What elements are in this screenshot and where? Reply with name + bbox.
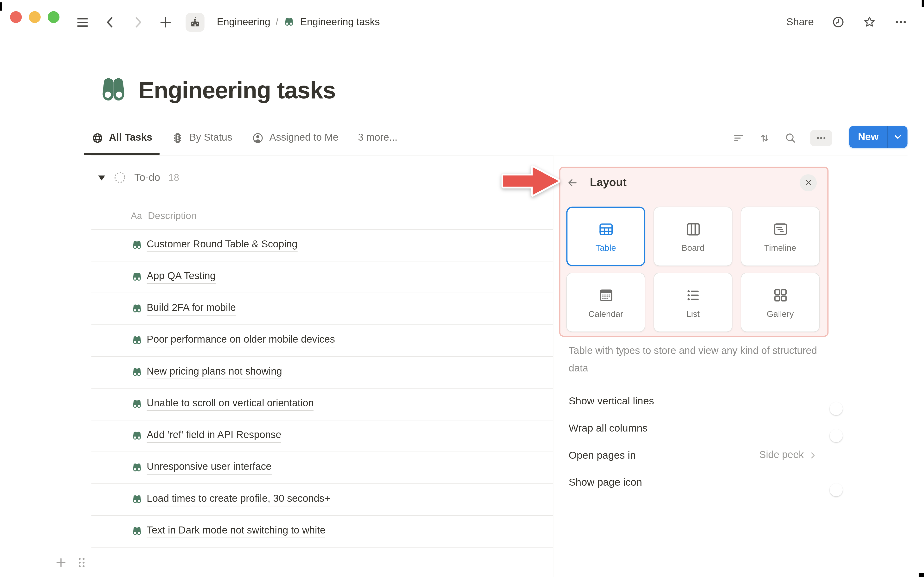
close-panel-button[interactable]: [800, 174, 817, 191]
view-options-button[interactable]: [810, 130, 832, 146]
ellipsis-icon: [816, 132, 827, 143]
screenshot-artifact: [0, 2, 2, 11]
new-button[interactable]: New: [849, 126, 887, 148]
layout-option-table[interactable]: Table: [566, 207, 645, 266]
search-icon[interactable]: [784, 132, 797, 144]
new-dropdown-button[interactable]: [888, 126, 908, 148]
forward-chevron-icon[interactable]: [130, 15, 145, 30]
timeline-icon: [772, 221, 789, 237]
calendar-icon: [597, 286, 614, 303]
tab-by-status[interactable]: By Status: [172, 121, 233, 155]
chevron-down-icon: [893, 132, 903, 142]
table-row[interactable]: Build 2FA for mobile: [91, 293, 553, 325]
breadcrumb-workspace[interactable]: Engineering: [217, 16, 270, 28]
annotation-arrow: [501, 163, 562, 200]
breadcrumb-page[interactable]: Engineering tasks: [300, 16, 380, 28]
page-binoculars-icon[interactable]: [98, 75, 129, 106]
back-chevron-icon[interactable]: [102, 15, 118, 30]
binoculars-page-icon: [131, 399, 143, 410]
sort-icon[interactable]: [758, 132, 771, 144]
list-icon: [684, 286, 701, 303]
binoculars-page-icon: [131, 526, 143, 537]
gallery-icon: [772, 286, 789, 303]
binoculars-page-icon: [131, 430, 143, 442]
window-controls: [10, 11, 60, 23]
table-row[interactable]: Load times to create profile, 30 seconds…: [91, 484, 553, 516]
layout-option-calendar[interactable]: Calendar: [566, 272, 645, 332]
table-row[interactable]: Poor performance on older mobile devices: [91, 325, 553, 357]
page-title[interactable]: Engineering tasks: [139, 77, 336, 104]
task-title[interactable]: Build 2FA for mobile: [147, 302, 236, 316]
back-arrow-icon[interactable]: [566, 176, 578, 189]
layout-option-gallery[interactable]: Gallery: [741, 272, 819, 332]
layout-settings: Show vertical lines Wrap all columns Ope…: [569, 387, 818, 496]
person-icon: [252, 132, 264, 144]
setting-open-pages-in: Open pages in Side peek: [569, 442, 818, 469]
table-row[interactable]: Text in Dark mode not switching to white: [91, 516, 553, 548]
binoculars-page-icon: [131, 335, 143, 346]
collapse-triangle-icon[interactable]: [98, 174, 106, 181]
view-tabs: All Tasks By Status Assigned to Me 3 mor…: [91, 121, 397, 155]
more-options-icon[interactable]: [894, 15, 908, 29]
table-row[interactable]: Unresponsive user interface: [91, 452, 553, 484]
table-row[interactable]: App QA Testing: [91, 261, 553, 293]
task-title[interactable]: Add ‘ref’ field in API Response: [147, 429, 281, 443]
close-window-button[interactable]: [10, 11, 22, 23]
group-label[interactable]: To-do: [134, 171, 160, 184]
task-title[interactable]: Load times to create profile, 30 seconds…: [147, 493, 330, 506]
topbar-actions: Share: [787, 0, 908, 44]
workspace-chip[interactable]: [186, 13, 204, 32]
minimize-window-button[interactable]: [29, 11, 41, 23]
task-title[interactable]: Unresponsive user interface: [147, 461, 271, 474]
task-table: Customer Round Table & Scoping App QA Te…: [91, 230, 553, 548]
tab-label: Assigned to Me: [270, 132, 339, 144]
updates-clock-icon[interactable]: [832, 15, 845, 29]
tab-assigned-to-me[interactable]: Assigned to Me: [252, 121, 338, 155]
share-button[interactable]: Share: [787, 16, 814, 28]
property-name-label: Description: [148, 210, 197, 221]
table-icon: [597, 221, 614, 237]
new-page-plus-icon[interactable]: [158, 15, 173, 30]
tab-more-views[interactable]: 3 more...: [358, 121, 397, 155]
favorite-star-icon[interactable]: [863, 15, 876, 29]
tab-label: All Tasks: [109, 132, 152, 144]
layout-option-timeline[interactable]: Timeline: [741, 207, 819, 266]
page-title-row: Engineering tasks: [98, 75, 336, 106]
table-row[interactable]: Add ‘ref’ field in API Response: [91, 421, 553, 452]
panel-title: Layout: [590, 176, 627, 189]
task-title[interactable]: Customer Round Table & Scoping: [147, 239, 297, 252]
property-type-label: Aa: [131, 211, 142, 221]
table-row[interactable]: Customer Round Table & Scoping: [91, 230, 553, 261]
status-todo-icon: [113, 171, 126, 184]
filter-icon[interactable]: [732, 132, 745, 144]
binoculars-page-icon: [131, 240, 143, 251]
task-title[interactable]: Poor performance on older mobile devices: [147, 334, 335, 347]
setting-link[interactable]: Side peek: [759, 449, 818, 461]
tab-all-tasks[interactable]: All Tasks: [91, 121, 152, 155]
table-column-header[interactable]: Aa Description: [91, 202, 553, 230]
add-row-plus-icon[interactable]: [54, 556, 68, 569]
setting-label: Show vertical lines: [569, 395, 654, 407]
binoculars-page-icon: [131, 367, 143, 378]
layout-option-board[interactable]: Board: [654, 207, 732, 266]
tab-label: By Status: [189, 132, 232, 144]
task-title[interactable]: New pricing plans not showing: [147, 366, 282, 379]
layout-panel-header: Layout: [566, 172, 817, 193]
binoculars-icon: [284, 16, 295, 28]
task-title[interactable]: App QA Testing: [147, 271, 216, 284]
zoom-window-button[interactable]: [48, 11, 60, 23]
layout-option-list[interactable]: List: [654, 272, 732, 332]
view-settings-panel: Layout Table Board Timeline Calendar Lis…: [553, 156, 924, 577]
sidebar-menu-icon[interactable]: [75, 15, 90, 30]
toggle-knob: [830, 402, 843, 415]
layout-options-grid: Table Board Timeline Calendar List Galle…: [566, 207, 819, 332]
table-row[interactable]: New pricing plans not showing: [91, 357, 553, 388]
drag-handle-icon[interactable]: [75, 556, 88, 569]
task-title[interactable]: Text in Dark mode not switching to white: [147, 525, 326, 538]
task-title[interactable]: Unable to scroll on vertical orientation: [147, 398, 314, 411]
setting-label: Show page icon: [569, 476, 642, 488]
traffic-light-icon: [172, 132, 184, 144]
table-row[interactable]: Unable to scroll on vertical orientation: [91, 388, 553, 420]
binoculars-page-icon: [131, 494, 143, 505]
binoculars-page-icon: [131, 271, 143, 283]
